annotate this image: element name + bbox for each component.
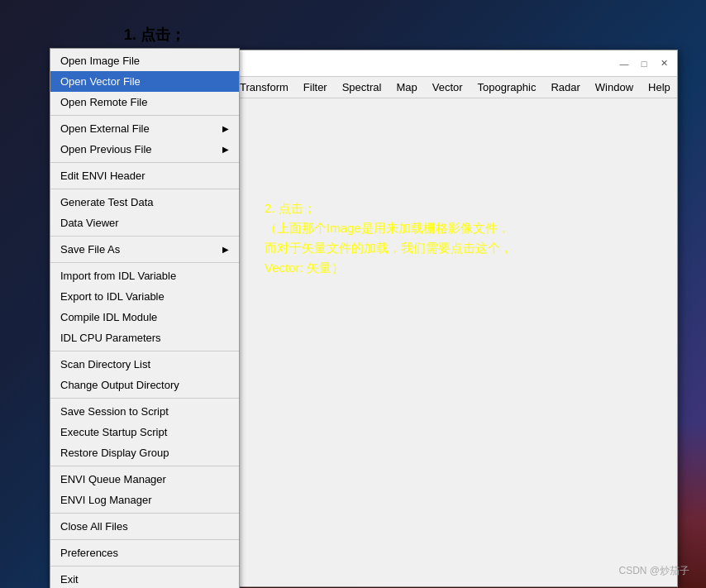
menu-idl-cpu[interactable]: IDL CPU Parameters: [50, 327, 239, 348]
separator-4: [50, 236, 239, 237]
menu-open-external[interactable]: Open External File ▶: [50, 118, 239, 139]
separator-1: [50, 115, 239, 116]
watermark: CSDN @炒茄子: [618, 564, 689, 578]
menu-radar[interactable]: Radar: [544, 79, 586, 96]
minimize-button[interactable]: —: [618, 57, 631, 70]
file-dropdown-menu: Open Image File Open Vector File Open Re…: [50, 48, 240, 588]
menu-execute-startup[interactable]: Execute Startup Script: [50, 422, 239, 442]
menu-preferences[interactable]: Preferences: [50, 543, 239, 563]
maximize-button[interactable]: □: [637, 57, 651, 70]
menu-save-session[interactable]: Save Session to Script: [50, 401, 239, 422]
menu-close-all[interactable]: Close All Files: [50, 516, 239, 537]
menu-help[interactable]: Help: [642, 79, 677, 96]
arrow-save: ▶: [222, 245, 229, 254]
menu-topographic[interactable]: Topographic: [471, 79, 543, 96]
arrow-previous: ▶: [222, 145, 229, 154]
separator-7: [50, 398, 239, 399]
menu-data-viewer[interactable]: Data Viewer: [50, 213, 239, 233]
menu-vector[interactable]: Vector: [426, 79, 470, 96]
separator-6: [50, 351, 239, 351]
menu-save-file[interactable]: Save File As ▶: [50, 239, 239, 260]
menu-exit[interactable]: Exit: [50, 569, 239, 588]
menu-queue-manager[interactable]: ENVI Queue Manager: [50, 469, 239, 490]
menu-edit-header[interactable]: Edit ENVI Header: [50, 165, 239, 186]
menu-restore-display[interactable]: Restore Display Group: [50, 442, 239, 463]
arrow-external: ▶: [222, 124, 229, 133]
menu-open-remote[interactable]: Open Remote File: [50, 92, 239, 112]
menu-open-previous[interactable]: Open Previous File ▶: [50, 139, 239, 160]
separator-10: [50, 539, 239, 540]
menu-map[interactable]: Map: [389, 79, 423, 96]
separator-3: [50, 189, 239, 189]
annotation-step1: 1. 点击；: [124, 25, 185, 45]
separator-2: [50, 162, 239, 163]
menu-scan-dir[interactable]: Scan Directory List: [50, 354, 239, 375]
close-button[interactable]: ✕: [657, 57, 670, 70]
menu-spectral[interactable]: Spectral: [336, 79, 389, 96]
separator-8: [50, 466, 239, 466]
separator-5: [50, 262, 239, 263]
annotation-step2: 2. 点击； （上面那个Image是用来加载栅格影像文件， 而对于矢量文件的加载…: [265, 198, 513, 278]
menu-generate-test[interactable]: Generate Test Data: [50, 192, 239, 213]
title-controls: — □ ✕: [618, 57, 670, 70]
menu-change-output[interactable]: Change Output Directory: [50, 375, 239, 395]
separator-9: [50, 513, 239, 514]
menu-log-manager[interactable]: ENVI Log Manager: [50, 490, 239, 510]
menu-export-idl[interactable]: Export to IDL Variable: [50, 286, 239, 307]
menu-open-vector[interactable]: Open Vector File: [50, 71, 239, 92]
menu-import-idl[interactable]: Import from IDL Variable: [50, 265, 239, 286]
menu-compile-idl[interactable]: Compile IDL Module: [50, 307, 239, 327]
separator-11: [50, 566, 239, 566]
menu-filter[interactable]: Filter: [297, 79, 334, 96]
menu-open-image[interactable]: Open Image File: [50, 50, 239, 71]
menu-window[interactable]: Window: [589, 79, 640, 96]
